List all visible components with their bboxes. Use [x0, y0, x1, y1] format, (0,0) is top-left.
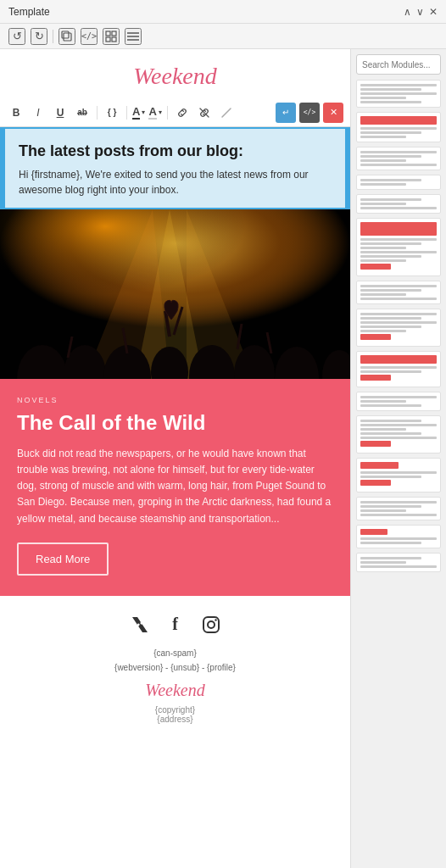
category-label: NOVELS: [17, 396, 333, 404]
module-line: [360, 101, 421, 103]
module-line: [360, 238, 437, 241]
instagram-icon[interactable]: [199, 613, 223, 637]
main-toolbar: ↺ ↻ </>: [0, 24, 446, 49]
module-line: [360, 370, 421, 373]
merge-tags-button[interactable]: { }: [103, 103, 121, 122]
grid-button[interactable]: [103, 28, 120, 45]
list-button[interactable]: [125, 28, 142, 45]
social-icons-row: f: [17, 613, 333, 637]
module-line: [360, 404, 421, 407]
enter-button[interactable]: ↵: [276, 103, 296, 123]
bg-color-a: A: [148, 105, 156, 120]
book-title: The Call of the Wild: [17, 411, 333, 436]
bold-button[interactable]: B: [7, 103, 25, 122]
module-item[interactable]: [356, 525, 441, 548]
italic-button[interactable]: I: [29, 103, 47, 122]
close-icon[interactable]: ✕: [429, 6, 438, 18]
svg-point-35: [215, 619, 216, 620]
delete-block-button[interactable]: ✕: [323, 103, 343, 123]
module-item[interactable]: [356, 351, 441, 387]
module-item[interactable]: [356, 194, 441, 214]
module-item[interactable]: [356, 497, 441, 520]
module-red-bar-sm: [360, 334, 391, 340]
svg-rect-4: [106, 37, 110, 42]
brand-title: Weekend: [0, 63, 350, 90]
module-red-bar-sm: [360, 264, 391, 270]
svg-rect-5: [112, 37, 116, 42]
redo-button[interactable]: ↻: [31, 28, 47, 45]
module-line: [360, 159, 406, 162]
code-button[interactable]: </>: [81, 28, 98, 45]
module-line: [360, 88, 421, 91]
module-item[interactable]: [356, 147, 441, 170]
underline-button[interactable]: U: [51, 103, 70, 122]
svg-line-32: [141, 617, 148, 624]
title-bar: Template ∧ ∨ ✕: [0, 0, 446, 24]
svg-rect-3: [112, 31, 116, 36]
module-red-bar: [360, 355, 437, 364]
module-line: [360, 400, 406, 403]
concert-image: [0, 209, 350, 379]
module-line: [360, 396, 437, 398]
font-color-button[interactable]: A ▾: [132, 105, 145, 120]
module-line: [360, 136, 406, 138]
module-item[interactable]: [356, 553, 441, 572]
module-item[interactable]: [356, 415, 441, 453]
footer-copyright: {copyright}: [17, 705, 333, 715]
module-line: [360, 289, 421, 292]
footer-web-links[interactable]: {webversion} - {unsub} - {profile}: [17, 663, 333, 672]
svg-rect-0: [64, 33, 71, 41]
intro-body: Hi {firstname}, We're exited to send you…: [19, 167, 332, 198]
unlink-button[interactable]: [195, 103, 214, 122]
copy-button[interactable]: [59, 28, 75, 45]
module-line: [360, 298, 437, 300]
facebook-icon[interactable]: f: [164, 613, 187, 637]
search-modules-input[interactable]: [356, 54, 441, 75]
module-line: [360, 179, 421, 181]
module-line: [360, 207, 437, 209]
module-item[interactable]: [356, 218, 441, 276]
module-line: [360, 313, 437, 315]
module-item[interactable]: [356, 458, 441, 492]
bg-color-button[interactable]: A ▾: [148, 105, 161, 120]
svg-rect-1: [62, 31, 69, 38]
intro-heading: The latest posts from our blog:: [19, 142, 332, 160]
svg-point-34: [208, 621, 215, 628]
strikethrough-button[interactable]: ab: [73, 103, 92, 122]
module-item[interactable]: [356, 281, 441, 304]
undo-button[interactable]: ↺: [8, 28, 25, 45]
module-line: [360, 92, 437, 95]
module-item[interactable]: [356, 112, 441, 142]
module-line: [360, 505, 421, 508]
link-button[interactable]: [173, 103, 192, 122]
footer-brand: Weekend: [17, 681, 333, 700]
module-line: [360, 561, 406, 564]
module-item[interactable]: [356, 80, 441, 108]
arrow-down-icon[interactable]: ∨: [416, 6, 424, 18]
module-line: [360, 84, 437, 86]
module-line: [360, 565, 437, 568]
intro-block[interactable]: INTRO The latest posts from our blog: Hi…: [0, 127, 350, 209]
module-line: [360, 330, 406, 332]
email-footer: f {can-spam} {webversion} - {unsub} - {p…: [0, 596, 350, 737]
module-item[interactable]: [356, 309, 441, 347]
toolbar-separator-1: [53, 30, 53, 43]
clear-format-button[interactable]: [217, 103, 236, 122]
module-line: [360, 326, 421, 328]
module-red-bar: [360, 529, 387, 535]
module-item[interactable]: [356, 392, 441, 411]
source-button[interactable]: </>: [299, 103, 320, 123]
arrow-up-icon[interactable]: ∧: [404, 6, 411, 18]
module-line: [360, 203, 406, 205]
module-line: [360, 437, 437, 439]
module-item[interactable]: [356, 175, 441, 190]
footer-spam-link[interactable]: {can-spam}: [17, 648, 333, 658]
module-line: [360, 155, 421, 158]
module-line: [360, 509, 406, 512]
twitter-icon[interactable]: [128, 613, 152, 637]
svg-line-10: [222, 108, 231, 117]
module-line: [360, 366, 437, 369]
font-color-a: A: [132, 105, 140, 120]
module-line: [360, 151, 437, 153]
read-more-button[interactable]: Read More: [17, 542, 109, 576]
